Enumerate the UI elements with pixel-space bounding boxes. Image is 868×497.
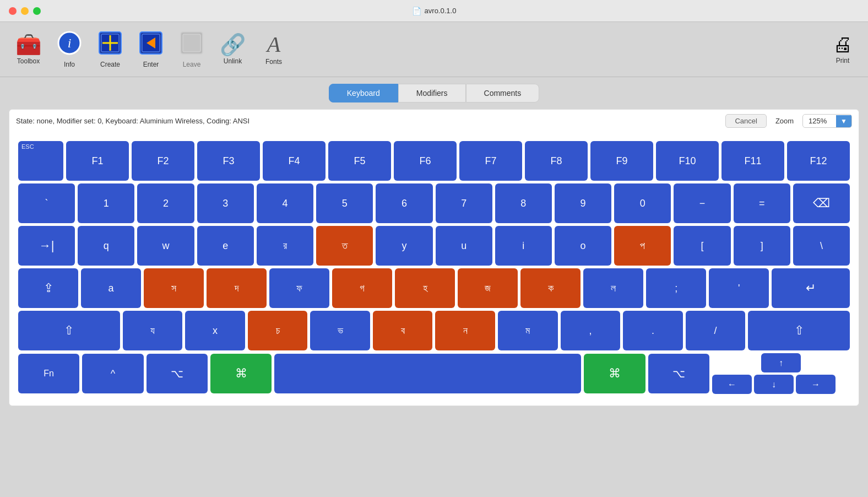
- key-f4[interactable]: F4: [263, 141, 326, 181]
- key-w[interactable]: w: [137, 226, 194, 266]
- toolbar-info[interactable]: i Info: [50, 28, 89, 72]
- key-ralt[interactable]: ⌥: [648, 354, 709, 393]
- key-g[interactable]: গ: [332, 268, 392, 308]
- key-f6[interactable]: F6: [394, 141, 457, 181]
- key-n[interactable]: ন: [435, 311, 495, 350]
- key-x[interactable]: x: [185, 311, 245, 350]
- key-minus[interactable]: −: [674, 183, 730, 223]
- key-2[interactable]: 2: [137, 183, 194, 223]
- zoom-select[interactable]: 125% ▼: [802, 114, 852, 128]
- close-button[interactable]: [9, 7, 17, 15]
- toolbar-fonts[interactable]: A Fonts: [254, 30, 293, 69]
- key-1[interactable]: 1: [78, 183, 134, 223]
- key-f12[interactable]: F12: [787, 141, 850, 181]
- key-enter[interactable]: ↵: [772, 268, 850, 308]
- key-arrow-right[interactable]: →: [796, 375, 836, 394]
- toolbar-enter[interactable]: Enter: [132, 28, 170, 72]
- key-f7[interactable]: F7: [459, 141, 522, 181]
- key-u[interactable]: u: [436, 226, 492, 266]
- key-5[interactable]: 5: [316, 183, 373, 223]
- key-lbracket[interactable]: [: [674, 226, 730, 266]
- key-arrow-up[interactable]: ↑: [761, 353, 801, 372]
- fonts-label: Fonts: [265, 58, 282, 66]
- key-backtick[interactable]: `: [18, 183, 75, 223]
- main-content: Keyboard Modifiers Comments State: none,…: [0, 77, 868, 413]
- keyboard-container: ESC F1 F2 F3 F4 F5 F6 F7 F8 F9 F10 F11 F…: [9, 132, 859, 406]
- key-equals[interactable]: =: [734, 183, 790, 223]
- key-f8[interactable]: F8: [525, 141, 588, 181]
- key-m[interactable]: ম: [498, 311, 558, 350]
- key-z[interactable]: য: [123, 311, 183, 350]
- key-q[interactable]: q: [78, 226, 134, 266]
- key-a[interactable]: a: [81, 268, 141, 308]
- maximize-button[interactable]: [33, 7, 41, 15]
- key-s[interactable]: স: [144, 268, 204, 308]
- minimize-button[interactable]: [21, 7, 29, 15]
- key-f[interactable]: ফ: [269, 268, 329, 308]
- key-lcmd[interactable]: ⌘: [210, 354, 272, 393]
- key-f9[interactable]: F9: [590, 141, 653, 181]
- toolbar-print[interactable]: 🖨 Print: [826, 31, 859, 68]
- key-arrow-left[interactable]: ←: [712, 375, 752, 394]
- key-backslash[interactable]: \: [793, 226, 850, 266]
- key-capslock[interactable]: ⇪: [18, 268, 78, 308]
- key-e[interactable]: e: [197, 226, 254, 266]
- toolbar-create[interactable]: Create: [91, 28, 129, 72]
- key-r[interactable]: র: [257, 226, 313, 266]
- key-3[interactable]: 3: [197, 183, 254, 223]
- key-period[interactable]: .: [623, 311, 683, 350]
- cancel-button[interactable]: Cancel: [725, 114, 766, 128]
- key-6[interactable]: 6: [376, 183, 432, 223]
- tab-comments[interactable]: Comments: [466, 84, 540, 102]
- key-rshift[interactable]: ⇧: [748, 311, 850, 350]
- key-rbracket[interactable]: ]: [734, 226, 790, 266]
- key-j[interactable]: জ: [458, 268, 518, 308]
- status-text: State: none, Modifier set: 0, Keyboard: …: [16, 117, 717, 125]
- toolbar-leave[interactable]: Leave: [172, 28, 211, 72]
- key-7[interactable]: 7: [436, 183, 492, 223]
- key-lshift[interactable]: ⇧: [18, 311, 120, 350]
- key-o[interactable]: o: [555, 226, 611, 266]
- key-b[interactable]: ব: [373, 311, 433, 350]
- key-0[interactable]: 0: [614, 183, 671, 223]
- key-comma[interactable]: ,: [561, 311, 621, 350]
- toolbar-toolbox[interactable]: 🧰 Toolbox: [9, 31, 48, 68]
- key-fn[interactable]: Fn: [18, 354, 79, 393]
- key-f1[interactable]: F1: [66, 141, 129, 181]
- key-k[interactable]: ক: [520, 268, 581, 308]
- key-v[interactable]: ভ: [310, 311, 370, 350]
- key-tab[interactable]: →|: [18, 226, 75, 266]
- document-icon: 📄: [412, 7, 421, 15]
- key-slash[interactable]: /: [686, 311, 746, 350]
- key-ctrl[interactable]: ^: [82, 354, 143, 393]
- key-semicolon[interactable]: ;: [646, 268, 706, 308]
- key-f3[interactable]: F3: [197, 141, 260, 181]
- tab-keyboard[interactable]: Keyboard: [329, 84, 398, 102]
- key-space[interactable]: [274, 354, 581, 393]
- bottom-row: Fn ^ ⌥ ⌘ ⌘ ⌥ ↑ ← ↓ →: [18, 353, 850, 394]
- zoom-dropdown-arrow[interactable]: ▼: [836, 115, 851, 127]
- key-f5[interactable]: F5: [328, 141, 391, 181]
- key-f10[interactable]: F10: [656, 141, 719, 181]
- key-f2[interactable]: F2: [132, 141, 194, 181]
- key-h[interactable]: হ: [395, 268, 455, 308]
- toolbar-unlink[interactable]: 🔗 Unlink: [213, 31, 252, 68]
- key-esc[interactable]: ESC: [18, 141, 63, 181]
- key-f11[interactable]: F11: [721, 141, 784, 181]
- key-l[interactable]: ল: [583, 268, 643, 308]
- key-backspace[interactable]: ⌫: [793, 183, 850, 223]
- key-8[interactable]: 8: [495, 183, 552, 223]
- key-d[interactable]: দ: [207, 268, 267, 308]
- key-4[interactable]: 4: [257, 183, 313, 223]
- key-p[interactable]: প: [614, 226, 671, 266]
- key-9[interactable]: 9: [555, 183, 611, 223]
- key-y[interactable]: y: [376, 226, 432, 266]
- key-quote[interactable]: ': [709, 268, 769, 308]
- key-rcmd[interactable]: ⌘: [584, 354, 645, 393]
- key-i[interactable]: i: [495, 226, 552, 266]
- key-lalt[interactable]: ⌥: [147, 354, 208, 393]
- key-arrow-down[interactable]: ↓: [754, 375, 794, 394]
- tab-modifiers[interactable]: Modifiers: [398, 84, 466, 102]
- key-t[interactable]: ত: [316, 226, 373, 266]
- key-c[interactable]: চ: [248, 311, 308, 350]
